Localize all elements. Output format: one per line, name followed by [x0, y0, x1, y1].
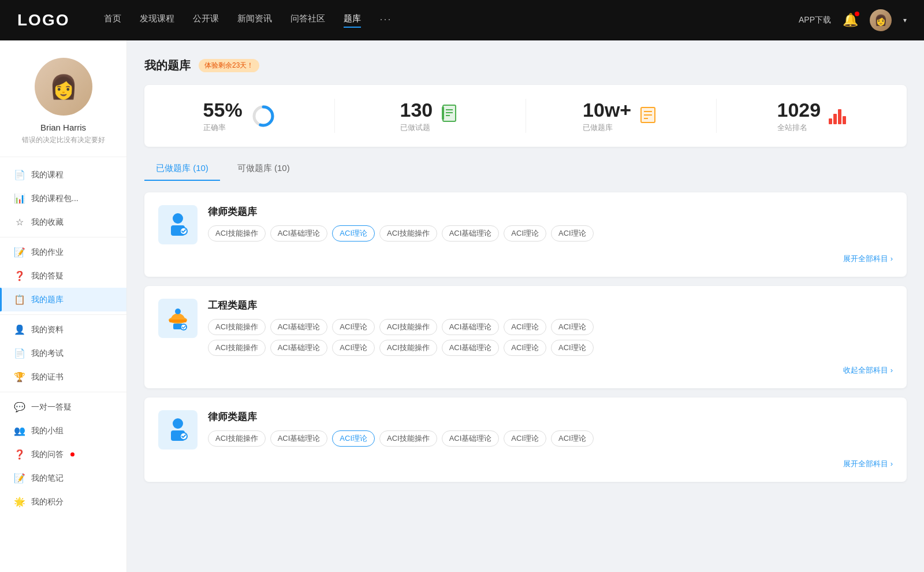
trial-badge: 体验剩余23天！ — [199, 59, 259, 72]
tag-3-2[interactable]: ACI基础理论 — [270, 430, 328, 447]
tag-2-1[interactable]: ACI技能操作 — [208, 319, 266, 335]
stat-done-banks-text: 10w+ 已做题库 — [583, 99, 631, 133]
tag-1-1[interactable]: ACI技能操作 — [208, 225, 266, 242]
user-dropdown-arrow[interactable]: ▾ — [903, 16, 907, 24]
page-header: 我的题库 体验剩余23天！ — [144, 58, 907, 73]
sidebar-item-my-certs[interactable]: 🏆 我的证书 — [0, 365, 126, 389]
tag-2-8[interactable]: ACI技能操作 — [208, 340, 266, 356]
svg-rect-18 — [169, 320, 187, 322]
sidebar-item-my-courses[interactable]: 📄 我的课程 — [0, 163, 126, 187]
stat-done-banks-label: 已做题库 — [583, 122, 631, 133]
exams-icon: 📄 — [14, 348, 25, 359]
sidebar-item-my-homework[interactable]: 📝 我的作业 — [0, 240, 126, 264]
qbank-info-2: 工程类题库 ACI技能操作 ACI基础理论 ACI理论 ACI技能操作 ACI基… — [208, 299, 893, 356]
tag-3-6[interactable]: ACI理论 — [504, 430, 546, 447]
sidebar-item-one-one-qa[interactable]: 💬 一对一答疑 — [0, 395, 126, 419]
sidebar-label-my-courses: 我的课程 — [31, 170, 64, 180]
qbank-card-header-2: 工程类题库 ACI技能操作 ACI基础理论 ACI理论 ACI技能操作 ACI基… — [158, 299, 893, 356]
tag-3-4[interactable]: ACI技能操作 — [379, 430, 437, 447]
packages-icon: 📊 — [14, 193, 25, 204]
sidebar-label-my-exams: 我的考试 — [31, 348, 64, 359]
sidebar-label-my-packages: 我的课程包... — [31, 194, 79, 204]
tag-1-6[interactable]: ACI理论 — [504, 225, 546, 242]
tab-done-banks[interactable]: 已做题库 (10) — [144, 158, 220, 181]
tag-3-1[interactable]: ACI技能操作 — [208, 430, 266, 447]
tag-1-4[interactable]: ACI技能操作 — [379, 225, 437, 242]
sidebar-item-my-packages[interactable]: 📊 我的课程包... — [0, 187, 126, 210]
sidebar-item-my-notes[interactable]: 📝 我的笔记 — [0, 466, 126, 490]
questions-icon: ❓ — [14, 449, 25, 460]
sidebar-divider-1 — [0, 237, 126, 237]
nav-link-open[interactable]: 公开课 — [193, 13, 219, 28]
sidebar-item-my-groups[interactable]: 👥 我的小组 — [0, 419, 126, 443]
stat-accuracy-label: 正确率 — [203, 122, 243, 133]
qbank-card-engineer: 工程类题库 ACI技能操作 ACI基础理论 ACI理论 ACI技能操作 ACI基… — [144, 286, 907, 388]
collapse-link-2[interactable]: 收起全部科目 › — [843, 365, 893, 376]
stat-done-questions: 130 已做试题 — [335, 99, 526, 133]
nav-link-discover[interactable]: 发现课程 — [140, 13, 174, 28]
tag-2-14[interactable]: ACI理论 — [551, 340, 594, 356]
sidebar-item-my-qa[interactable]: ❓ 我的答疑 — [0, 264, 126, 288]
nav-link-home[interactable]: 首页 — [104, 13, 121, 28]
sidebar-item-my-favorites[interactable]: ☆ 我的收藏 — [0, 210, 126, 234]
sidebar-item-my-qbank[interactable]: 📋 我的题库 — [0, 288, 126, 311]
tag-2-9[interactable]: ACI基础理论 — [270, 340, 328, 356]
tag-3-3[interactable]: ACI理论 — [332, 430, 375, 447]
tag-3-5[interactable]: ACI基础理论 — [442, 430, 500, 447]
sidebar-item-my-exams[interactable]: 📄 我的考试 — [0, 341, 126, 365]
navbar: LOGO 首页 发现课程 公开课 新闻资讯 问答社区 题库 ··· APP下载 … — [0, 0, 924, 40]
qbank-icon-engineer — [158, 299, 198, 338]
tag-2-4[interactable]: ACI技能操作 — [379, 319, 437, 335]
tag-2-5[interactable]: ACI基础理论 — [442, 319, 500, 335]
qbank-tags-1: ACI技能操作 ACI基础理论 ACI理论 ACI技能操作 ACI基础理论 AC… — [208, 225, 893, 242]
tag-1-3[interactable]: ACI理论 — [332, 225, 375, 242]
main-content: 我的题库 体验剩余23天！ 55% 正确率 — [127, 40, 924, 572]
certs-icon: 🏆 — [14, 372, 25, 382]
tag-2-7[interactable]: ACI理论 — [551, 319, 594, 335]
user-avatar[interactable]: 👩 — [870, 9, 892, 31]
tag-2-10[interactable]: ACI理论 — [332, 340, 375, 356]
expand-link-1[interactable]: 展开全部科目 › — [843, 254, 893, 264]
sidebar-item-my-profile[interactable]: 👤 我的资料 — [0, 318, 126, 341]
expand-link-3[interactable]: 展开全部科目 › — [843, 459, 893, 469]
tag-1-7[interactable]: ACI理论 — [551, 225, 594, 242]
stat-done-banks: 10w+ 已做题库 — [526, 99, 717, 133]
tag-2-6[interactable]: ACI理论 — [504, 319, 546, 335]
points-icon: 🌟 — [14, 496, 25, 507]
nav-link-qbank[interactable]: 题库 — [344, 13, 361, 28]
qbank-card-lawyer-2: 律师类题库 ACI技能操作 ACI基础理论 ACI理论 ACI技能操作 ACI基… — [144, 398, 907, 482]
notification-bell[interactable]: 🔔 — [843, 13, 858, 28]
sidebar-item-my-questions[interactable]: ❓ 我的问答 — [0, 443, 126, 466]
qbank-icon-lawyer-1 — [158, 205, 198, 244]
tag-1-5[interactable]: ACI基础理论 — [442, 225, 500, 242]
stat-ranking-text: 1029 全站排名 — [777, 99, 821, 133]
app-download-button[interactable]: APP下载 — [799, 15, 831, 25]
sidebar-label-my-questions: 我的问答 — [31, 450, 64, 460]
tag-2-11[interactable]: ACI技能操作 — [379, 340, 437, 356]
avatar-placeholder: 👩 — [35, 58, 92, 116]
one-one-icon: 💬 — [14, 402, 25, 413]
qbank-footer-2: 收起全部科目 › — [158, 365, 893, 376]
favorites-icon: ☆ — [14, 217, 25, 228]
stats-bar: 55% 正确率 130 已做试题 — [144, 85, 907, 147]
sidebar-item-my-points[interactable]: 🌟 我的积分 — [0, 490, 126, 514]
nav-more-button[interactable]: ··· — [379, 13, 392, 28]
tag-2-3[interactable]: ACI理论 — [332, 319, 375, 335]
qbank-info-3: 律师类题库 ACI技能操作 ACI基础理论 ACI理论 ACI技能操作 ACI基… — [208, 410, 893, 447]
logo: LOGO — [17, 11, 69, 29]
qbank-card-header-1: 律师类题库 ACI技能操作 ACI基础理论 ACI理论 ACI技能操作 ACI基… — [158, 205, 893, 244]
tag-3-7[interactable]: ACI理论 — [551, 430, 594, 447]
profile-icon: 👤 — [14, 324, 25, 335]
tag-1-2[interactable]: ACI基础理论 — [270, 225, 328, 242]
qbank-name-2: 工程类题库 — [208, 299, 893, 312]
nav-link-news[interactable]: 新闻资讯 — [237, 13, 272, 28]
notebook-icon — [441, 104, 460, 128]
tag-2-2[interactable]: ACI基础理论 — [270, 319, 328, 335]
tab-available-banks[interactable]: 可做题库 (10) — [226, 158, 301, 181]
tag-2-13[interactable]: ACI理论 — [504, 340, 546, 356]
nav-link-qa[interactable]: 问答社区 — [290, 13, 325, 28]
stat-done-questions-label: 已做试题 — [400, 122, 433, 133]
tag-2-12[interactable]: ACI基础理论 — [442, 340, 500, 356]
qbank-icon-lawyer-2 — [158, 410, 198, 450]
qbank-tags-2-row1: ACI技能操作 ACI基础理论 ACI理论 ACI技能操作 ACI基础理论 AC… — [208, 319, 893, 335]
